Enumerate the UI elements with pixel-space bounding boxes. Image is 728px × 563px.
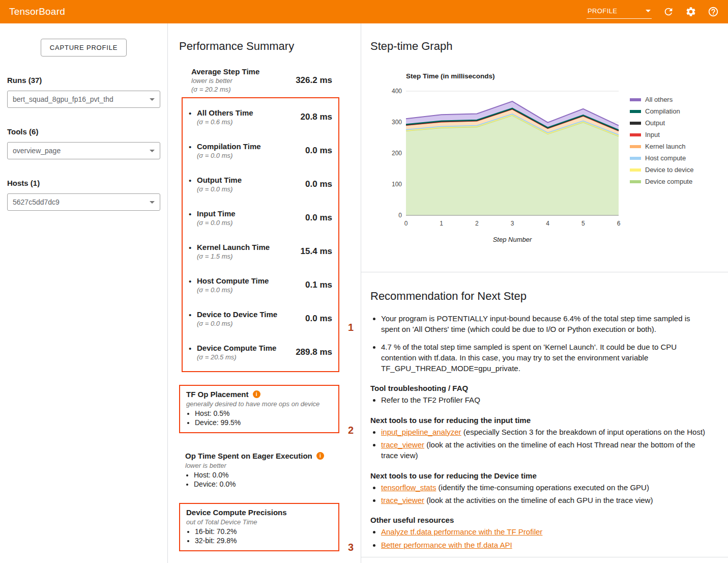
info-icon[interactable]: i (253, 390, 260, 398)
metric-row: Device Compute Time (σ = 20.5 ms) 289.8 … (189, 335, 332, 369)
svg-text:1: 1 (440, 220, 443, 227)
runs-dropdown-value: bert_squad_8gpu_fp16_pvt_thd (13, 95, 113, 103)
average-step-time-row: Average Step Time lower is better (σ = 2… (179, 67, 350, 93)
list-item: 16-bit: 70.2% (195, 527, 332, 536)
tensorflow-stats-link[interactable]: tensorflow_stats (381, 483, 436, 492)
device-precisions-list: 16-bit: 70.2% 32-bit: 29.8% (186, 527, 332, 545)
svg-text:3: 3 (511, 220, 514, 227)
metric-label: All Others Time (197, 108, 253, 117)
annotation-box-2: TF Op Placement i generally desired to h… (179, 385, 339, 433)
svg-text:100: 100 (392, 181, 402, 188)
svg-text:5: 5 (581, 220, 585, 227)
legend-item: Output (630, 119, 693, 127)
info-icon[interactable]: i (316, 452, 324, 460)
svg-text:4: 4 (546, 220, 549, 227)
list-item: Device: 99.5% (195, 418, 332, 427)
hosts-label: Hosts (1) (7, 179, 160, 187)
legend-item: Host compute (630, 154, 693, 162)
runs-label: Runs (37) (7, 76, 160, 85)
step-time-graph-card: Step-time Graph Step Time (in millisecon… (361, 23, 728, 272)
metric-label: Average Step Time (191, 67, 259, 76)
step-time-chart-plot[interactable]: 01002003004000123456 (382, 85, 622, 230)
metric-value: 289.8 ms (296, 347, 332, 357)
list-item: Device: 0.0% (194, 480, 333, 489)
tfdata-performance-link[interactable]: Analyze tf.data performance with the TF … (381, 527, 542, 536)
right-column: Step-time Graph Step Time (in millisecon… (361, 23, 728, 563)
sidebar: CAPTURE PROFILE Runs (37) bert_squad_8gp… (0, 23, 168, 563)
trace-viewer-link[interactable]: trace_viewer (381, 496, 424, 504)
list-item: Host: 0.0% (194, 470, 333, 480)
metric-row: Input Time (σ = 0.0 ms) 0.0 ms (189, 201, 332, 235)
list-item: trace_viewer (look at the activities on … (381, 439, 708, 461)
hosts-section: Hosts (1) 5627c5dd7dc9 (7, 179, 160, 211)
gear-icon[interactable] (685, 6, 696, 17)
annotation-number-3: 3 (348, 542, 354, 553)
list-item: tensorflow_stats (identify the time-cons… (381, 482, 708, 493)
tools-dropdown[interactable]: overview_page (7, 142, 160, 159)
performance-summary-panel: Performance Summary Average Step Time lo… (168, 23, 361, 563)
device-precisions-title: Device Compute Precisions (186, 508, 332, 517)
runs-dropdown[interactable]: bert_squad_8gpu_fp16_pvt_thd (7, 91, 160, 108)
hosts-dropdown-value: 5627c5dd7dc9 (13, 198, 60, 206)
chart-title: Step Time (in milliseconds) (406, 72, 622, 80)
metric-sigma: (σ = 20.2 ms) (191, 86, 259, 93)
metric-row: All Others Time (σ = 0.6 ms) 20.8 ms (189, 100, 332, 134)
list-item: Host: 0.5% (195, 409, 332, 418)
tf-op-placement-note: generally desired to have more ops on de… (186, 400, 332, 408)
chart-x-axis-label: Step Number (406, 236, 619, 243)
legend-item: Input (630, 131, 693, 138)
tf-op-placement-title: TF Op Placement (186, 390, 249, 399)
metric-sigma: (σ = 20.5 ms) (197, 353, 276, 361)
step-time-graph-title: Step-time Graph (370, 40, 728, 53)
average-step-time-labels: Average Step Time lower is better (σ = 2… (191, 67, 259, 93)
app-title: TensorBoard (9, 6, 65, 17)
metric-sigma: (σ = 0.0 ms) (197, 185, 242, 193)
annotation-number-1: 1 (348, 322, 354, 333)
metric-value: 20.8 ms (301, 112, 332, 122)
metric-sigma: (σ = 1.5 ms) (197, 252, 270, 260)
metric-label: Output Time (197, 176, 242, 184)
tfdata-api-link[interactable]: Better performance with the tf.data API (381, 541, 512, 549)
metric-value: 15.4 ms (301, 246, 332, 257)
refresh-icon[interactable] (663, 6, 674, 17)
trace-viewer-link[interactable]: trace_viewer (381, 440, 424, 449)
section-heading: Other useful resources (370, 516, 708, 524)
tools-dropdown-value: overview_page (13, 147, 61, 155)
recommendation-bullets: Your program is POTENTIALLY input-bound … (370, 313, 708, 374)
eager-execution-section: Op Time Spent on Eager Execution i lower… (179, 447, 339, 489)
hosts-dropdown[interactable]: 5627c5dd7dc9 (7, 193, 160, 211)
input-pipeline-analyzer-link[interactable]: input_pipeline_analyzer (381, 428, 461, 436)
metric-sigma: (σ = 0.6 ms) (197, 118, 253, 126)
metric-value: 0.0 ms (305, 314, 332, 324)
svg-text:0: 0 (404, 220, 408, 227)
metric-row: Device to Device Time (σ = 0.0 ms) 0.0 m… (189, 302, 332, 335)
chevron-down-icon (150, 98, 155, 101)
app-header: TensorBoard PROFILE (0, 0, 728, 23)
legend-swatch (630, 133, 641, 136)
step-time-chart: Step Time (in milliseconds) 010020030040… (382, 72, 728, 243)
legend-item: Device to device (630, 166, 693, 174)
dashboard-selector[interactable]: PROFILE (587, 5, 652, 19)
help-icon[interactable] (708, 6, 719, 17)
list-item: Refer to the TF2 Profiler FAQ (381, 395, 708, 405)
metric-row: Output Time (σ = 0.0 ms) 0.0 ms (189, 167, 332, 201)
capture-profile-button[interactable]: CAPTURE PROFILE (41, 39, 127, 57)
annotation-box-3: Device Compute Precisions out of Total D… (179, 503, 339, 551)
header-actions: PROFILE (587, 5, 719, 19)
metric-sigma: (σ = 0.0 ms) (197, 152, 261, 159)
section-heading: Tool troubleshooting / FAQ (370, 384, 708, 392)
legend-item: Device compute (630, 178, 693, 185)
metric-label: Device to Device Time (197, 310, 277, 319)
eager-execution-note: lower is better (185, 462, 333, 469)
tools-label: Tools (6) (7, 127, 160, 136)
runs-section: Runs (37) bert_squad_8gpu_fp16_pvt_thd (7, 76, 160, 108)
metric-value: 0.0 ms (305, 213, 332, 223)
list-item: 32-bit: 29.8% (195, 536, 332, 545)
tools-section: Tools (6) overview_page (7, 127, 160, 159)
svg-text:6: 6 (617, 220, 621, 227)
metric-label: Input Time (197, 209, 236, 218)
legend-swatch (630, 180, 641, 183)
tf-op-placement-list: Host: 0.5% Device: 99.5% (186, 409, 332, 427)
legend-swatch (630, 98, 641, 101)
metric-sigma: (σ = 0.0 ms) (197, 286, 269, 294)
